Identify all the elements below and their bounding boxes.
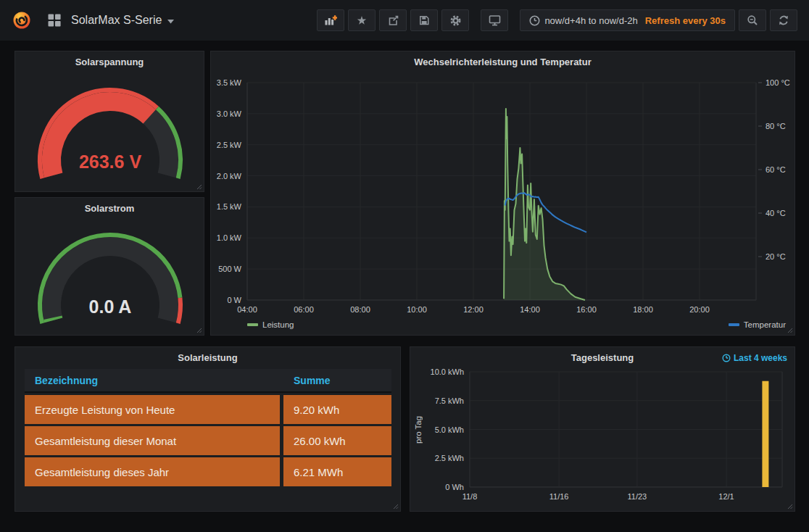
zoom-out-icon bbox=[747, 14, 758, 26]
gear-icon bbox=[449, 14, 462, 27]
svg-text:3.5 kW: 3.5 kW bbox=[217, 78, 242, 87]
panel-solarstrom: Solarstrom 0.0 A bbox=[14, 197, 204, 336]
panel-title-solarleistung[interactable]: Solarleistung bbox=[15, 352, 400, 363]
resize-handle-icon[interactable] bbox=[196, 184, 202, 190]
settings-button[interactable] bbox=[441, 9, 469, 31]
panel-wechselrichter-chart: Wechselrichterleistung und Temperatur 0 … bbox=[210, 51, 795, 336]
table-cell-bezeichnung: Gesamtleistung dieses Jahr bbox=[25, 457, 280, 486]
share-button[interactable] bbox=[379, 9, 407, 31]
panel-solarspannung: Solarspannung 263.6 V bbox=[14, 51, 204, 192]
svg-text:3.0 kW: 3.0 kW bbox=[217, 109, 242, 118]
caret-down-icon bbox=[167, 20, 174, 24]
svg-text:11/8: 11/8 bbox=[462, 492, 478, 501]
add-panel-button[interactable] bbox=[317, 9, 344, 31]
svg-text:500 W: 500 W bbox=[218, 265, 241, 273]
svg-text:11/16: 11/16 bbox=[549, 492, 569, 501]
resize-handle-icon[interactable] bbox=[787, 328, 793, 333]
svg-text:14:00: 14:00 bbox=[520, 305, 540, 314]
svg-text:100 °C: 100 °C bbox=[766, 78, 790, 87]
svg-text:5.0 kWh: 5.0 kWh bbox=[435, 425, 464, 434]
svg-text:0.0 A: 0.0 A bbox=[89, 296, 132, 317]
save-button[interactable] bbox=[410, 9, 438, 31]
legend-label-temperatur: Temperatur bbox=[744, 320, 786, 329]
panel-solarleistung-table: Solarleistung Bezeichnung Summe Erzeugte… bbox=[14, 346, 401, 512]
star-icon bbox=[356, 15, 368, 26]
table-cell-summe: 6.21 MWh bbox=[283, 457, 391, 486]
panel-title-solarstrom[interactable]: Solarstrom bbox=[15, 203, 204, 214]
table-cell-bezeichnung: Gesamtleistung dieser Monat bbox=[25, 426, 280, 455]
time-range-button[interactable]: now/d+4h to now/d-2h Refresh every 30s bbox=[520, 9, 735, 31]
legend-item-leistung[interactable]: Leistung bbox=[247, 320, 294, 329]
legend-item-temperatur[interactable]: Temperatur bbox=[729, 320, 786, 329]
svg-text:60 °C: 60 °C bbox=[766, 165, 786, 174]
table-row: Gesamtleistung dieses Jahr6.21 MWh bbox=[25, 457, 391, 486]
refresh-button[interactable] bbox=[770, 9, 797, 31]
svg-text:11/23: 11/23 bbox=[628, 492, 647, 501]
column-header-bezeichnung[interactable]: Bezeichnung bbox=[25, 375, 280, 386]
table-header-row: Bezeichnung Summe bbox=[25, 369, 391, 393]
svg-text:2.5 kWh: 2.5 kWh bbox=[435, 454, 464, 462]
svg-text:12/1: 12/1 bbox=[718, 492, 734, 501]
monitor-icon bbox=[489, 14, 501, 26]
svg-text:04:00: 04:00 bbox=[237, 305, 257, 314]
svg-text:40 °C: 40 °C bbox=[766, 209, 786, 217]
leistung-swatch bbox=[247, 323, 258, 326]
add-panel-icon bbox=[324, 14, 337, 26]
panel-title-solarspannung[interactable]: Solarspannung bbox=[15, 57, 204, 67]
solarspannung-gauge: 263.6 V bbox=[15, 51, 204, 191]
svg-text:0 W: 0 W bbox=[227, 296, 241, 304]
tv-mode-button[interactable] bbox=[481, 9, 508, 31]
svg-text:18:00: 18:00 bbox=[633, 305, 653, 314]
save-icon bbox=[418, 14, 430, 26]
table-body: Erzeugte Leistung von Heute9.20 kWhGesam… bbox=[25, 395, 391, 486]
table-row: Gesamtleistung dieser Monat26.00 kWh bbox=[25, 426, 391, 455]
resize-handle-icon[interactable] bbox=[787, 504, 793, 510]
solarleistung-table: Bezeichnung Summe Erzeugte Leistung von … bbox=[25, 369, 391, 486]
svg-text:20:00: 20:00 bbox=[689, 305, 710, 314]
panel-title-wechselrichter[interactable]: Wechselrichterleistung und Temperatur bbox=[211, 57, 795, 67]
svg-text:10.0 kWh: 10.0 kWh bbox=[431, 367, 464, 376]
column-header-summe[interactable]: Summe bbox=[280, 375, 391, 386]
grafana-logo-icon[interactable] bbox=[12, 10, 32, 30]
navbar: SolarMax S-Serie bbox=[0, 0, 809, 41]
svg-text:80 °C: 80 °C bbox=[766, 122, 786, 130]
star-button[interactable] bbox=[348, 9, 376, 31]
time-shortcut-label: Last 4 weeks bbox=[734, 353, 787, 363]
svg-text:263.6 V: 263.6 V bbox=[79, 151, 142, 172]
svg-text:7.5 kWh: 7.5 kWh bbox=[435, 396, 464, 405]
y-axis-title: pro Tag bbox=[412, 372, 424, 487]
table-cell-summe: 9.20 kWh bbox=[283, 395, 391, 424]
svg-text:20 °C: 20 °C bbox=[766, 252, 786, 261]
time-shortcut-link[interactable]: Last 4 weeks bbox=[722, 353, 787, 363]
legend-label-leistung: Leistung bbox=[262, 320, 294, 329]
clock-icon bbox=[529, 15, 540, 26]
table-row: Erzeugte Leistung von Heute9.20 kWh bbox=[25, 395, 391, 424]
svg-text:16:00: 16:00 bbox=[576, 305, 597, 314]
refresh-interval-label: Refresh every 30s bbox=[645, 15, 726, 26]
dashboard-title-button[interactable]: SolarMax S-Serie bbox=[71, 14, 174, 27]
svg-text:08:00: 08:00 bbox=[350, 305, 370, 314]
svg-text:1.5 kW: 1.5 kW bbox=[217, 202, 242, 211]
solarstrom-gauge: 0.0 A bbox=[15, 198, 204, 335]
resize-handle-icon[interactable] bbox=[196, 328, 202, 333]
tagesleistung-bar-chart: 0 Wh2.5 kWh5.0 kWh7.5 kWh10.0 kWh11/811/… bbox=[410, 347, 795, 511]
table-cell-bezeichnung: Erzeugte Leistung von Heute bbox=[25, 395, 280, 424]
svg-text:10:00: 10:00 bbox=[407, 305, 427, 314]
resize-handle-icon[interactable] bbox=[393, 504, 399, 510]
clock-icon bbox=[722, 354, 731, 362]
svg-text:2.5 kW: 2.5 kW bbox=[217, 141, 242, 149]
panel-tagesleistung: Tagesleistung Last 4 weeks pro Tag 0 Wh2… bbox=[410, 346, 795, 512]
svg-text:0 Wh: 0 Wh bbox=[445, 483, 464, 491]
svg-text:1.0 kW: 1.0 kW bbox=[217, 233, 242, 242]
svg-text:06:00: 06:00 bbox=[294, 305, 314, 314]
svg-text:12:00: 12:00 bbox=[463, 305, 484, 314]
svg-text:2.0 kW: 2.0 kW bbox=[217, 172, 242, 180]
zoom-out-button[interactable] bbox=[739, 9, 766, 31]
table-cell-summe: 26.00 kWh bbox=[283, 426, 391, 455]
dashboard-title: SolarMax S-Serie bbox=[71, 14, 162, 27]
share-icon bbox=[387, 14, 399, 26]
time-range-label: now/d+4h to now/d-2h bbox=[544, 15, 637, 26]
wechselrichter-line-chart: 0 W500 W1.0 kW1.5 kW2.0 kW2.5 kW3.0 kW3.… bbox=[211, 51, 795, 335]
dashboard-picker-grid-icon[interactable] bbox=[48, 14, 61, 27]
refresh-icon bbox=[778, 14, 789, 26]
